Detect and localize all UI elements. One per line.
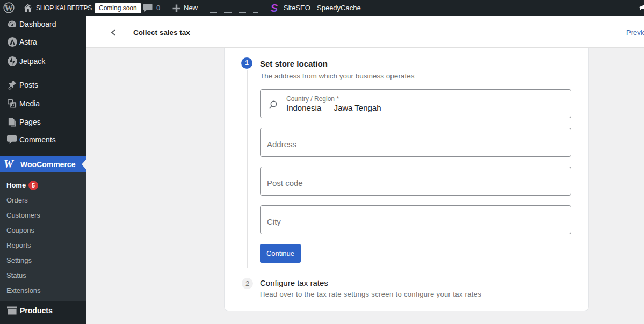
svg-text:S: S (271, 3, 278, 13)
svg-text:W: W (5, 3, 13, 12)
